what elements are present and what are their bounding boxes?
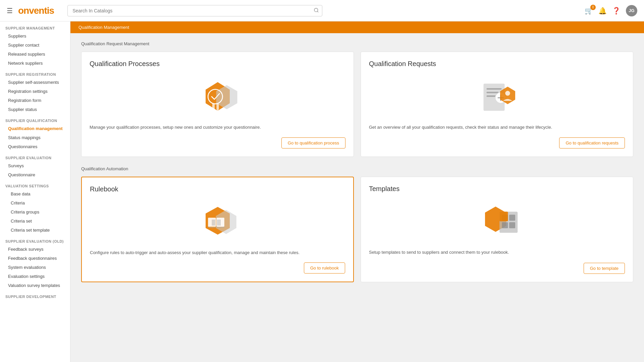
sidebar-item-base-data[interactable]: Base data xyxy=(0,189,70,198)
menu-icon[interactable]: ☰ xyxy=(7,7,13,15)
go-to-rulebook-button[interactable]: Go to rulebook xyxy=(304,262,345,274)
bell-icon[interactable]: 🔔 xyxy=(598,7,607,15)
card-processes-title: Qualification Processes xyxy=(90,60,160,68)
sidebar-item-surveys[interactable]: Surveys xyxy=(0,161,70,170)
sidebar-item-registration-settings[interactable]: Registration settings xyxy=(0,87,70,96)
cards-grid-1: Qualification Processes xyxy=(81,52,633,157)
sidebar-item-system-evaluations[interactable]: System evaluations xyxy=(0,263,70,272)
card-rulebook: Rulebook xyxy=(81,177,354,283)
svg-marker-8 xyxy=(216,109,219,112)
go-to-qualification-requests-button[interactable]: Go to qualification requests xyxy=(559,137,625,148)
sidebar: Supplier management Suppliers Supplier c… xyxy=(0,21,70,300)
card-rulebook-illustration xyxy=(90,202,345,243)
content-area: Qualification Request Management Qualifi… xyxy=(70,33,644,300)
sidebar-item-questionnaire[interactable]: Questionnaire xyxy=(0,170,70,179)
svg-rect-5 xyxy=(212,104,214,109)
card-processes-illustration xyxy=(90,77,345,117)
sidebar-item-criteria-set[interactable]: Criteria set xyxy=(0,217,70,226)
sidebar-section-registration: Supplier Registration xyxy=(0,68,70,78)
header-actions: 🛒 0 🔔 ❓ JG xyxy=(585,5,637,16)
card-requests-illustration xyxy=(369,77,625,117)
sidebar-item-criteria-set-template[interactable]: Criteria set template xyxy=(0,226,70,235)
logo-pre: on xyxy=(18,5,29,16)
sidebar-section-development: Supplier development xyxy=(0,290,70,300)
user-avatar[interactable]: JG xyxy=(626,5,637,16)
sidebar-section-valuation: Valuation settings xyxy=(0,179,70,189)
sidebar-section-supplier-management: Supplier management xyxy=(0,21,70,32)
section1-title: Qualification Request Management xyxy=(81,41,633,46)
logo-text: onventis xyxy=(18,5,54,16)
svg-marker-7 xyxy=(212,109,214,112)
card-templates-description: Setup templates to send to suppliers and… xyxy=(369,249,509,256)
section-request-management: Qualification Request Management Qualifi… xyxy=(81,41,633,157)
top-header: ☰ onventis 🛒 0 🔔 ❓ JG xyxy=(0,0,644,21)
svg-point-0 xyxy=(314,8,318,12)
search-icon[interactable] xyxy=(314,7,319,14)
sidebar-item-supplier-status[interactable]: Supplier status xyxy=(0,105,70,114)
sidebar-item-registration-form[interactable]: Registration form xyxy=(0,96,70,105)
help-icon[interactable]: ❓ xyxy=(612,7,621,15)
sidebar-item-status-mappings[interactable]: Status mappings xyxy=(0,133,70,142)
sidebar-item-criteria[interactable]: Criteria xyxy=(0,198,70,207)
cart-badge: 0 xyxy=(590,5,596,10)
card-templates-illustration xyxy=(369,202,625,242)
search-input[interactable] xyxy=(67,5,322,16)
sidebar-item-feedback-questionnaires[interactable]: Feedback questionnaires xyxy=(0,254,70,263)
cart-icon[interactable]: 🛒 0 xyxy=(585,7,593,15)
sidebar-item-criteria-groups[interactable]: Criteria groups xyxy=(0,207,70,217)
svg-rect-10 xyxy=(486,88,501,90)
card-processes: Qualification Processes xyxy=(81,52,354,157)
main-content: Qualification Management Qualification R… xyxy=(70,21,644,300)
sidebar-item-released-suppliers[interactable]: Released suppliers xyxy=(0,50,70,59)
logo: onventis xyxy=(18,5,54,16)
card-templates: Templates xyxy=(361,177,633,283)
svg-point-17 xyxy=(505,91,510,96)
sidebar-item-valuation-survey-templates[interactable]: Valuation survey templates xyxy=(0,281,70,290)
card-requests-title: Qualification Requests xyxy=(369,60,436,68)
breadcrumb: Qualification Management xyxy=(70,21,644,33)
section2-title: Qualification Automation xyxy=(81,166,633,171)
logo-post: entis xyxy=(34,5,54,16)
go-to-qualification-process-button[interactable]: Go to qualification process xyxy=(281,137,345,148)
card-templates-title: Templates xyxy=(369,185,399,193)
search-bar xyxy=(67,5,322,16)
sidebar-item-supplier-self-assessments[interactable]: Supplier self-assessments xyxy=(0,78,70,87)
svg-rect-6 xyxy=(216,104,219,109)
sidebar-item-evaluation-settings[interactable]: Evaluation settings xyxy=(0,272,70,281)
sidebar-item-suppliers[interactable]: Suppliers xyxy=(0,32,70,41)
sidebar-section-evaluation-old: Supplier Evaluation (old) xyxy=(0,235,70,245)
go-to-template-button[interactable]: Go to template xyxy=(584,263,625,274)
sidebar-item-questionnaires[interactable]: Questionnaires xyxy=(0,142,70,151)
sidebar-item-supplier-contact[interactable]: Supplier contact xyxy=(0,41,70,50)
svg-rect-33 xyxy=(509,222,515,228)
sidebar-section-evaluation: Supplier Evaluation xyxy=(0,151,70,161)
svg-line-1 xyxy=(317,11,318,12)
svg-rect-11 xyxy=(486,92,498,94)
card-rulebook-description: Configure rules to auto-trigger and auto… xyxy=(90,249,300,256)
logo-v: v xyxy=(29,5,34,16)
card-processes-description: Manage your qualification processes, set… xyxy=(90,124,261,131)
svg-rect-32 xyxy=(502,222,508,228)
sidebar-item-qualification-management[interactable]: Qualification management xyxy=(0,124,70,133)
svg-rect-34 xyxy=(499,212,508,221)
sidebar-item-feedback-surveys[interactable]: Feedback surveys xyxy=(0,245,70,254)
svg-rect-31 xyxy=(509,215,515,221)
card-rulebook-title: Rulebook xyxy=(90,185,118,193)
sidebar-section-qualification: Supplier qualification xyxy=(0,114,70,124)
section-automation: Qualification Automation Rulebook xyxy=(81,166,633,283)
cards-grid-2: Rulebook xyxy=(81,177,633,283)
card-requests: Qualification Requests xyxy=(361,52,633,157)
card-requests-description: Get an overview of all your qualificatio… xyxy=(369,124,552,131)
sidebar-item-network-suppliers[interactable]: Network suppliers xyxy=(0,59,70,68)
